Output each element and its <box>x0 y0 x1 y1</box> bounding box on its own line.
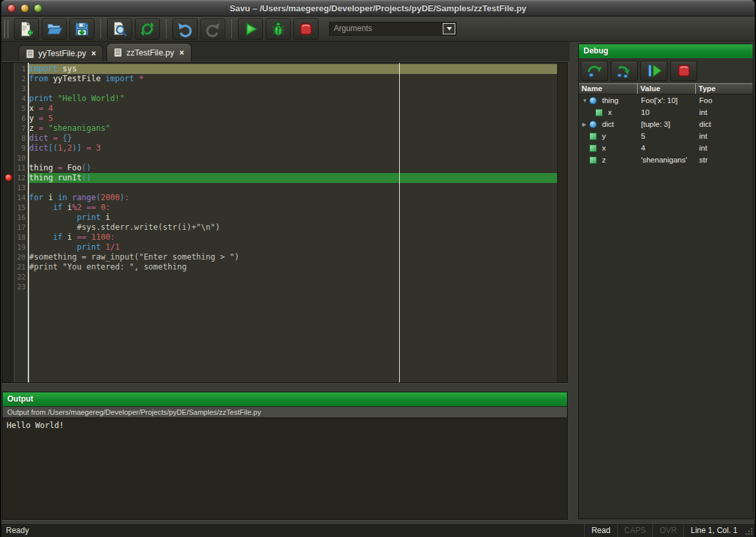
breakpoint-gutter-cell[interactable] <box>3 133 15 143</box>
code-line[interactable]: 10 <box>3 153 557 163</box>
editor-scrollbar-track[interactable] <box>557 63 567 382</box>
breakpoint-gutter-cell[interactable] <box>3 64 15 74</box>
code-line[interactable]: 6y = 5 <box>3 114 557 124</box>
breakpoint-gutter-cell[interactable] <box>3 203 15 213</box>
code-text <box>29 282 557 292</box>
breakpoint-gutter-cell[interactable] <box>3 124 15 133</box>
run-button[interactable] <box>238 18 263 40</box>
breakpoint-gutter-cell[interactable] <box>3 84 15 94</box>
code-line[interactable]: 7z = "shenanigans" <box>3 124 557 133</box>
breakpoint-gutter-cell[interactable] <box>3 193 15 203</box>
tab-zzTestFile.py[interactable]: zzTestFile.py× <box>106 43 191 61</box>
line-number: 9 <box>15 143 28 153</box>
code-text: dict = {} <box>29 133 557 143</box>
breakpoint-gutter-cell[interactable] <box>3 282 15 292</box>
stop-button[interactable] <box>293 18 319 40</box>
tree-expander-icon[interactable]: ▼ <box>579 98 589 104</box>
tab-close-button[interactable]: × <box>91 49 96 58</box>
breakpoint-gutter-cell[interactable] <box>3 163 15 173</box>
code-line[interactable]: 13 <box>3 183 557 193</box>
stop-debug-button[interactable] <box>670 61 697 81</box>
variable-value: 4 <box>638 144 696 152</box>
variable-type: int <box>696 132 753 140</box>
code-text <box>29 153 557 163</box>
breakpoint-gutter-cell[interactable] <box>3 183 15 193</box>
code-line[interactable]: 2from yyTestFile import * <box>3 74 557 84</box>
resize-grip[interactable] <box>744 524 755 537</box>
document-icon <box>114 48 122 57</box>
code-text: print 1/1 <box>29 242 557 252</box>
breakpoint-gutter-cell[interactable] <box>3 242 15 252</box>
open-file-button[interactable] <box>42 18 67 40</box>
column-header-value[interactable]: Value <box>638 84 696 94</box>
find-replace-button[interactable] <box>135 18 160 40</box>
code-line[interactable]: 9dict[(1,2)] = 3 <box>3 143 557 153</box>
debug-toolbar <box>579 58 753 83</box>
line-number: 10 <box>15 153 28 163</box>
breakpoint-gutter-cell[interactable] <box>3 213 15 223</box>
code-line[interactable]: 15 if i%2 == 0: <box>3 203 557 213</box>
primitive-variable-icon <box>589 132 597 141</box>
code-line[interactable]: 18 if i == 1100: <box>3 233 557 242</box>
variable-name: x <box>602 144 606 152</box>
find-button[interactable] <box>107 18 132 40</box>
code-line[interactable]: 3 <box>3 84 557 94</box>
code-line[interactable]: 1import sys <box>3 64 557 74</box>
breakpoint-gutter-cell[interactable] <box>3 262 15 272</box>
breakpoint-gutter-cell[interactable] <box>3 252 15 262</box>
breakpoint-gutter-cell[interactable] <box>3 74 15 84</box>
code-line[interactable]: 21#print "You entered: ", something <box>3 262 557 272</box>
variable-row-x[interactable]: x4int <box>579 142 753 154</box>
code-line[interactable]: 22 <box>3 272 557 282</box>
variable-row-thing[interactable]: ▼thingFoo['x': 10]Foo <box>579 94 753 106</box>
arguments-combobox[interactable]: Arguments <box>329 22 457 36</box>
debug-bug-button[interactable] <box>266 18 291 40</box>
breakpoint-gutter-cell[interactable] <box>3 272 15 282</box>
code-line[interactable]: 16 print i <box>3 213 557 223</box>
code-line[interactable]: 20#something = raw_input("Enter somethin… <box>3 252 557 262</box>
code-line[interactable]: 8dict = {} <box>3 133 557 143</box>
variable-row-x[interactable]: x10int <box>579 106 753 118</box>
combo-dropdown-button[interactable] <box>443 23 455 34</box>
code-editor[interactable]: 1import sys2from yyTestFile import *34pr… <box>2 62 568 383</box>
breakpoint-marker[interactable] <box>5 174 13 182</box>
redo-button[interactable] <box>200 18 225 40</box>
column-header-type[interactable]: Type <box>696 84 753 94</box>
variable-row-dict[interactable]: ▶dict[tuple: 3]dict <box>579 118 753 130</box>
code-text <box>29 183 557 193</box>
variable-type: Foo <box>696 96 753 104</box>
column-header-name[interactable]: Name <box>579 84 638 94</box>
code-line[interactable]: 4print "Hello World!" <box>3 94 557 104</box>
continue-button[interactable] <box>640 61 667 81</box>
code-line[interactable]: 17 #sys.stderr.write(str(i)+"\n") <box>3 223 557 233</box>
code-line[interactable]: 5x = 4 <box>3 104 557 114</box>
tree-expander-icon[interactable]: ▶ <box>579 122 589 127</box>
variable-row-y[interactable]: y5int <box>579 130 753 142</box>
breakpoint-gutter-cell[interactable] <box>3 233 15 242</box>
breakpoint-gutter-cell[interactable] <box>3 104 15 114</box>
code-line[interactable]: 23 <box>3 282 557 292</box>
step-over-button[interactable] <box>581 61 608 81</box>
breakpoint-gutter-cell[interactable] <box>3 153 15 163</box>
breakpoint-gutter-cell[interactable] <box>3 173 15 183</box>
save-file-button[interactable] <box>69 18 94 40</box>
variable-row-z[interactable]: z'shenanigans'str <box>579 154 753 166</box>
editor-lines[interactable]: 1import sys2from yyTestFile import *34pr… <box>3 64 557 292</box>
step-into-button[interactable] <box>611 61 638 81</box>
code-line[interactable]: 19 print 1/1 <box>3 242 557 252</box>
tab-yyTestFile.py[interactable]: yyTestFile.py× <box>19 45 103 61</box>
tab-close-button[interactable]: × <box>180 48 184 57</box>
code-text: from yyTestFile import * <box>29 74 557 84</box>
breakpoint-gutter-cell[interactable] <box>3 114 15 124</box>
breakpoint-gutter-cell[interactable] <box>3 223 15 233</box>
code-line[interactable]: 14for i in range(2000): <box>3 193 557 203</box>
breakpoint-gutter-cell[interactable] <box>3 94 15 104</box>
breakpoint-gutter-cell[interactable] <box>3 143 15 153</box>
variable-type: int <box>696 108 753 116</box>
new-file-button[interactable] <box>14 18 39 40</box>
code-line[interactable]: 12thing.runIt() <box>3 173 557 183</box>
toolbar-drag-handle[interactable] <box>4 20 9 38</box>
undo-button[interactable] <box>172 18 198 40</box>
code-line[interactable]: 11thing = Foo() <box>3 163 557 173</box>
status-indicators: ReadCAPSOVRLine 1, Col. 1 <box>584 524 755 537</box>
